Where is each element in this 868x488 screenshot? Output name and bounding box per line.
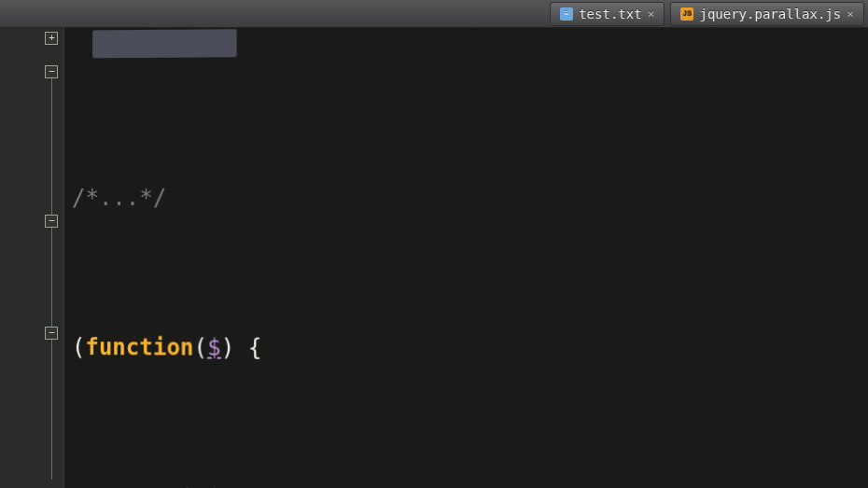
code-area[interactable]: /*...*/ (function($) { var $window = $(w… (64, 22, 868, 488)
code-editor[interactable]: + − − − /*...*/ (function($) { var $wind… (0, 28, 868, 488)
tab-test-txt[interactable]: ≡ test.txt × (550, 2, 665, 26)
fold-column: + − − − (43, 28, 60, 488)
fold-guide (51, 69, 52, 480)
code-line[interactable]: (function($) { (72, 328, 868, 369)
close-icon[interactable]: × (648, 7, 655, 21)
fold-expand-icon[interactable]: + (45, 32, 58, 45)
code-line[interactable]: var $window = $(window); (72, 479, 868, 488)
tab-label: jquery.parallax.js (699, 7, 841, 21)
code-line[interactable]: /*...*/ (72, 177, 868, 216)
comment: /*...*/ (72, 185, 166, 211)
file-js-icon: JS (680, 7, 693, 21)
fold-collapse-icon[interactable]: − (45, 215, 58, 228)
tab-label: test.txt (579, 7, 641, 21)
gutter: + − − − (0, 28, 64, 488)
fold-collapse-icon[interactable]: − (45, 65, 58, 78)
file-text-icon: ≡ (560, 7, 573, 21)
close-icon[interactable]: × (847, 7, 854, 21)
fold-collapse-icon[interactable]: − (45, 327, 58, 340)
text-selection (93, 29, 238, 58)
